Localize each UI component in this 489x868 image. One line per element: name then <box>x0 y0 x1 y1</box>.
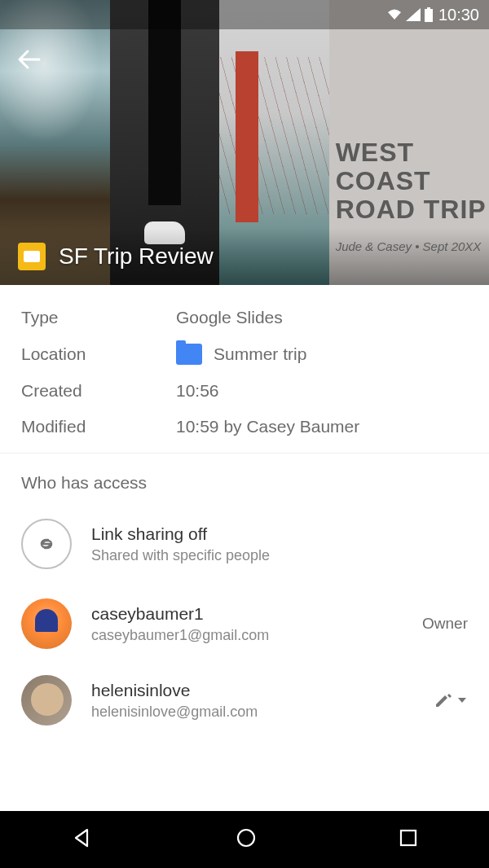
created-value: 10:56 <box>176 381 219 401</box>
person-role: Owner <box>422 615 468 633</box>
nav-recent-button[interactable] <box>399 828 418 851</box>
status-bar: 10:30 <box>0 0 489 29</box>
person-row-editor[interactable]: helenisinlove helenisinlove@gmail.com <box>0 675 489 726</box>
edit-permission-button[interactable] <box>434 691 468 709</box>
type-label: Type <box>21 308 176 327</box>
back-button[interactable] <box>15 45 44 77</box>
type-value: Google Slides <box>176 308 283 327</box>
svg-point-2 <box>238 830 254 846</box>
hero-title-line2: ROAD TRIP <box>336 195 489 224</box>
modified-value: 10:59 by Casey Baumer <box>176 417 359 436</box>
pencil-icon <box>434 691 452 709</box>
battery-icon <box>424 7 434 22</box>
details-section: Type Google Slides Location Summer trip … <box>0 285 489 436</box>
location-value: Summer trip <box>214 344 306 364</box>
created-label: Created <box>21 381 176 401</box>
nav-back-button[interactable] <box>71 826 94 853</box>
person-email: helenisinlove@gmail.com <box>91 704 414 721</box>
svg-rect-0 <box>425 9 433 22</box>
svg-rect-3 <box>401 831 416 845</box>
slides-icon <box>18 243 46 270</box>
hero-title-line1: WEST COAST <box>336 138 489 195</box>
link-icon <box>34 532 59 556</box>
header-image-area: WEST COAST ROAD TRIP Jude & Casey • Sept… <box>0 0 489 285</box>
detail-row-modified: Modified 10:59 by Casey Baumer <box>21 417 468 436</box>
file-title: SF Trip Review <box>59 243 214 270</box>
avatar <box>21 598 72 649</box>
status-icons <box>386 7 434 22</box>
wifi-icon <box>386 8 403 21</box>
detail-row-type: Type Google Slides <box>21 308 468 327</box>
detail-row-created: Created 10:56 <box>21 381 468 401</box>
modified-label: Modified <box>21 417 176 436</box>
access-section-title: Who has access <box>0 473 489 493</box>
chevron-down-icon <box>456 695 468 706</box>
link-sharing-button[interactable] <box>21 519 72 569</box>
status-time: 10:30 <box>438 6 479 24</box>
detail-row-location[interactable]: Location Summer trip <box>21 344 468 365</box>
header-overlay: SF Trip Review <box>0 228 489 285</box>
location-label: Location <box>21 344 176 364</box>
link-sharing-row[interactable]: Link sharing off Shared with specific pe… <box>0 519 489 569</box>
avatar <box>21 675 72 726</box>
person-name: helenisinlove <box>91 681 414 700</box>
person-email: caseybaumer1@gmail.com <box>91 627 403 644</box>
android-navbar <box>0 811 489 868</box>
link-sharing-subtitle: Shared with specific people <box>91 547 270 564</box>
nav-home-button[interactable] <box>235 826 258 853</box>
signal-icon <box>406 8 421 21</box>
link-sharing-title: Link sharing off <box>91 524 270 544</box>
svg-rect-1 <box>427 7 430 10</box>
person-name: caseybaumer1 <box>91 604 403 624</box>
folder-icon <box>176 344 202 365</box>
divider <box>0 453 489 454</box>
person-row-owner[interactable]: caseybaumer1 caseybaumer1@gmail.com Owne… <box>0 598 489 649</box>
